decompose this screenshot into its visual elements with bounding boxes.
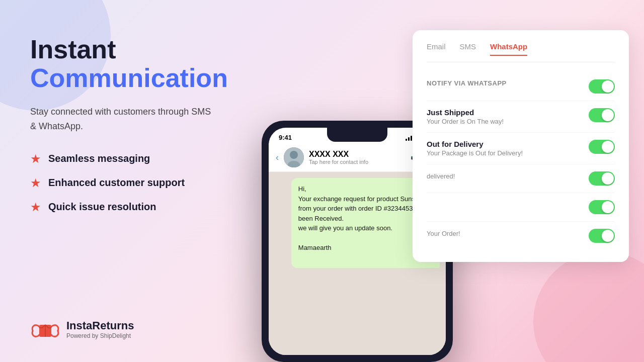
setting-row-notify: NOTIFY VIA WHATSAPP [427, 72, 615, 101]
toggle-just-shipped[interactable] [589, 108, 615, 122]
notify-label: NOTIFY VIA WHATSAPP [427, 79, 507, 87]
just-shipped-title: Just Shipped [427, 108, 504, 117]
headline-line1: Instant [30, 35, 272, 64]
row6-desc: Your Order! [427, 230, 460, 237]
setting-row-just-shipped: Just Shipped Your Order is On The way! [427, 101, 615, 133]
just-shipped-text: Just Shipped Your Order is On The way! [427, 108, 504, 125]
toggle-out-for-delivery[interactable] [589, 140, 615, 154]
setting-row-6: Your Order! [427, 222, 615, 250]
avatar-svg [284, 147, 304, 167]
just-shipped-desc: Your Order is On The way! [427, 118, 504, 125]
svg-point-3 [290, 151, 298, 159]
chat-contact-info: XXXX XXX Tap here for contact info [309, 150, 406, 165]
out-for-delivery-text: Out for Delivery Your Package is Out for… [427, 140, 523, 157]
brand-logo-area: InstaReturns Powered by ShipDelight [30, 317, 134, 342]
star-icon-2: ★ [30, 176, 41, 190]
toggle-row6[interactable] [589, 229, 615, 243]
row4-text: delivered! [427, 171, 455, 180]
left-content-area: Instant Communication Stay connected wit… [30, 35, 272, 214]
panel-tabs: Email SMS WhatsApp [427, 42, 615, 62]
setting-row-5 [427, 193, 615, 222]
tab-whatsapp[interactable]: WhatsApp [490, 42, 527, 56]
feature-text-3: Quick issue resolution [48, 201, 156, 213]
out-for-delivery-title: Out for Delivery [427, 140, 523, 148]
contact-avatar [284, 147, 304, 167]
feature-item-resolution: ★ Quick issue resolution [30, 200, 272, 214]
signal-bar-3 [411, 136, 412, 141]
status-time: 9:41 [279, 134, 292, 141]
setting-row-out-for-delivery: Out for Delivery Your Package is Out for… [427, 133, 615, 164]
contact-sub: Tap here for contact info [309, 159, 406, 165]
star-icon-1: ★ [30, 152, 41, 166]
toggle-notify[interactable] [589, 79, 615, 94]
brand-tagline: Powered by ShipDelight [66, 332, 134, 339]
phone-notch [327, 128, 387, 142]
settings-panel: Email SMS WhatsApp NOTIFY VIA WHATSAPP J… [413, 30, 629, 262]
contact-name: XXXX XXX [309, 150, 406, 159]
feature-list: ★ Seamless messaging ★ Enhanced customer… [30, 152, 272, 214]
star-icon-3: ★ [30, 200, 41, 214]
feature-item-seamless: ★ Seamless messaging [30, 152, 272, 166]
feature-item-support: ★ Enhanced customer support [30, 176, 272, 190]
brand-text: InstaReturns Powered by ShipDelight [66, 319, 134, 339]
subtitle-text: Stay connected with customers through SM… [30, 105, 272, 134]
back-icon[interactable]: ‹ [276, 152, 279, 163]
toggle-row4[interactable] [589, 171, 615, 186]
toggle-row5[interactable] [589, 200, 615, 214]
row6-text: Your Order! [427, 229, 460, 237]
row4-desc: delivered! [427, 172, 455, 180]
signal-bar-1 [406, 139, 407, 141]
decorative-blob-br [533, 251, 644, 362]
feature-text-2: Enhanced customer support [48, 177, 185, 189]
brand-name: InstaReturns [66, 319, 134, 332]
tab-email[interactable]: Email [427, 42, 446, 56]
brand-icon-svg [30, 317, 60, 342]
headline-line2: Communication [30, 64, 272, 93]
setting-row-4: delivered! [427, 164, 615, 193]
tab-sms[interactable]: SMS [460, 42, 476, 56]
out-for-delivery-desc: Your Package is Out for Delivery! [427, 149, 523, 157]
feature-text-1: Seamless messaging [48, 153, 150, 164]
signal-bar-2 [408, 137, 410, 141]
